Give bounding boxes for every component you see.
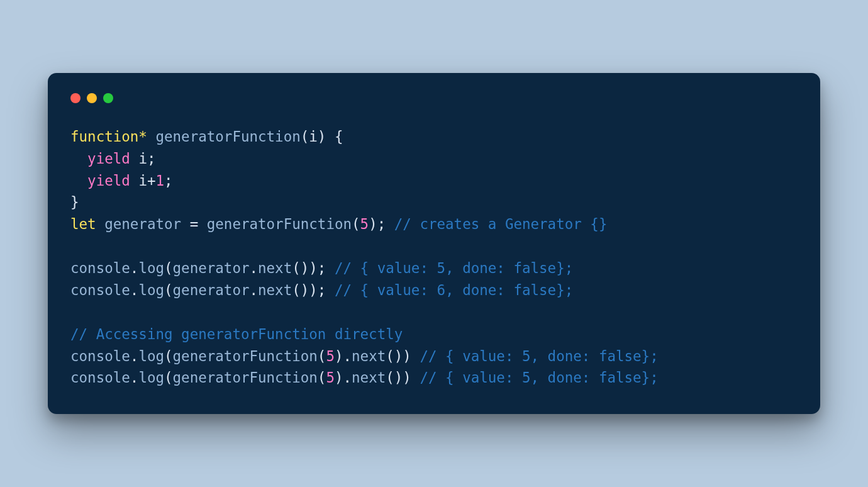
comment: // creates a Generator {} bbox=[394, 216, 608, 232]
code-line: console.log(generator.next()); // { valu… bbox=[70, 282, 573, 298]
code-line: yield i; bbox=[70, 150, 155, 167]
code-window: function* generatorFunction(i) { yield i… bbox=[48, 73, 820, 415]
code-line: console.log(generatorFunction(5).next())… bbox=[70, 348, 659, 364]
identifier: next bbox=[258, 260, 292, 276]
number-literal: 5 bbox=[360, 216, 369, 232]
number-literal: 5 bbox=[326, 348, 335, 364]
comment: // { value: 6, done: false}; bbox=[335, 282, 573, 298]
number-literal: 1 bbox=[155, 172, 164, 189]
identifier: generatorFunction bbox=[173, 348, 318, 364]
minimize-icon[interactable] bbox=[87, 93, 97, 103]
code-line: console.log(generator.next()); // { valu… bbox=[70, 260, 573, 276]
code-line: let generator = generatorFunction(5); //… bbox=[70, 216, 607, 232]
comment: // Accessing generatorFunction directly bbox=[70, 326, 403, 342]
window-titlebar bbox=[70, 91, 798, 115]
identifier: console bbox=[70, 348, 130, 364]
blank-line bbox=[70, 304, 79, 320]
identifier: generator bbox=[173, 282, 250, 298]
code-line: console.log(generatorFunction(5).next())… bbox=[70, 369, 659, 386]
comment: // { value: 5, done: false}; bbox=[335, 260, 573, 276]
keyword-yield: yield bbox=[87, 150, 130, 167]
identifier: next bbox=[258, 282, 292, 298]
code-line: // Accessing generatorFunction directly bbox=[70, 326, 403, 342]
identifier: generatorFunction bbox=[207, 216, 352, 232]
code-line: } bbox=[70, 194, 79, 210]
identifier: console bbox=[70, 260, 130, 276]
identifier: generator bbox=[104, 216, 181, 232]
identifier: log bbox=[138, 348, 164, 364]
keyword-yield: yield bbox=[87, 172, 130, 189]
keyword-let: let bbox=[70, 216, 96, 232]
blank-line bbox=[70, 238, 79, 254]
maximize-icon[interactable] bbox=[103, 93, 113, 103]
identifier: generator bbox=[173, 260, 250, 276]
identifier: generatorFunction bbox=[155, 128, 300, 145]
identifier: generatorFunction bbox=[173, 369, 318, 386]
identifier: console bbox=[70, 369, 130, 386]
param-i: i bbox=[309, 128, 318, 145]
identifier: next bbox=[352, 348, 386, 364]
number-literal: 5 bbox=[326, 369, 335, 386]
close-icon[interactable] bbox=[70, 93, 81, 103]
identifier: log bbox=[138, 282, 164, 298]
comment: // { value: 5, done: false}; bbox=[420, 348, 658, 364]
identifier: log bbox=[138, 369, 164, 386]
identifier: console bbox=[70, 282, 130, 298]
code-line: function* generatorFunction(i) { bbox=[70, 128, 343, 145]
code-block: function* generatorFunction(i) { yield i… bbox=[70, 115, 798, 389]
code-line: yield i+1; bbox=[70, 172, 173, 189]
identifier: log bbox=[138, 260, 164, 276]
identifier: next bbox=[352, 369, 386, 386]
comment: // { value: 5, done: false}; bbox=[420, 369, 658, 386]
keyword-function: function* bbox=[70, 128, 147, 145]
